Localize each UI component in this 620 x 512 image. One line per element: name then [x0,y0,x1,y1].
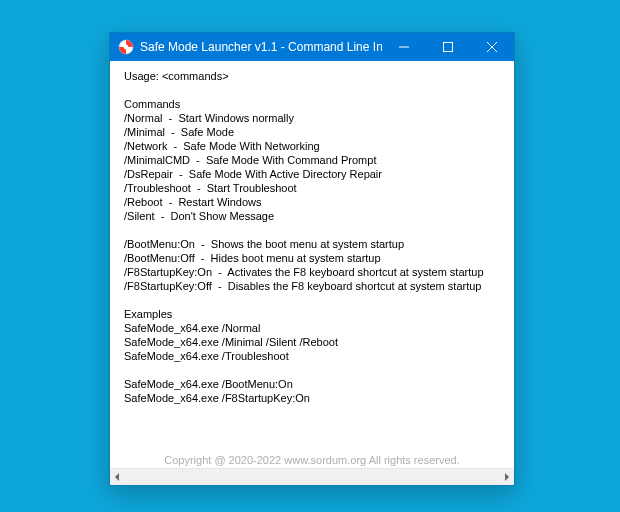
close-button[interactable] [470,33,514,61]
app-icon [118,39,134,55]
scroll-left-button[interactable] [110,469,126,485]
content-pane: Usage: <commands> Commands /Normal - Sta… [110,61,514,454]
svg-rect-2 [444,43,453,52]
horizontal-scrollbar[interactable] [110,468,514,485]
scroll-right-button[interactable] [498,469,514,485]
maximize-button[interactable] [426,33,470,61]
window-title: Safe Mode Launcher v1.1 - Command Line I… [140,40,382,54]
client-area: Usage: <commands> Commands /Normal - Sta… [110,61,514,485]
app-window: Safe Mode Launcher v1.1 - Command Line I… [109,32,515,486]
window-controls [382,33,514,61]
copyright-footer: Copyright @ 2020-2022 www.sordum.org All… [110,454,514,468]
command-line-info-text: Usage: <commands> Commands /Normal - Sta… [124,69,500,405]
svg-point-1 [124,45,129,50]
titlebar[interactable]: Safe Mode Launcher v1.1 - Command Line I… [110,33,514,61]
minimize-button[interactable] [382,33,426,61]
